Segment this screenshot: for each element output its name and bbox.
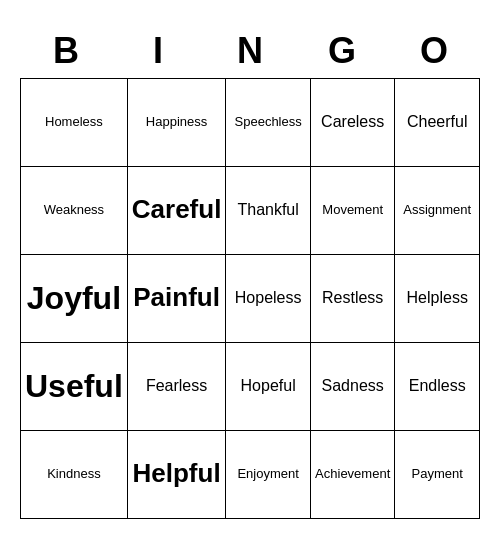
cell-text: Hopeful	[241, 376, 296, 395]
cell-text: Assignment	[403, 202, 471, 218]
bingo-cell: Cheerful	[395, 79, 480, 167]
bingo-cell: Kindness	[21, 431, 128, 519]
header-letter-g: G	[296, 26, 388, 76]
cell-text: Happiness	[146, 114, 207, 130]
bingo-cell: Sadness	[311, 343, 396, 431]
bingo-grid: HomelessHappinessSpeechlessCarelessCheer…	[20, 78, 480, 519]
bingo-cell: Careless	[311, 79, 396, 167]
bingo-cell: Helpful	[128, 431, 227, 519]
cell-text: Endless	[409, 376, 466, 395]
bingo-cell: Painful	[128, 255, 227, 343]
cell-text: Restless	[322, 288, 383, 307]
cell-text: Homeless	[45, 114, 103, 130]
cell-text: Useful	[25, 367, 123, 405]
bingo-cell: Payment	[395, 431, 480, 519]
cell-text: Careless	[321, 112, 384, 131]
bingo-cell: Endless	[395, 343, 480, 431]
cell-text: Achievement	[315, 466, 390, 482]
header-letter-i: I	[112, 26, 204, 76]
cell-text: Fearless	[146, 376, 207, 395]
bingo-cell: Hopeless	[226, 255, 311, 343]
cell-text: Joyful	[27, 279, 121, 317]
bingo-cell: Fearless	[128, 343, 227, 431]
cell-text: Enjoyment	[237, 466, 298, 482]
bingo-header: BINGO	[20, 26, 480, 76]
bingo-cell: Assignment	[395, 167, 480, 255]
cell-text: Kindness	[47, 466, 100, 482]
cell-text: Careful	[132, 194, 222, 225]
bingo-card: BINGO HomelessHappinessSpeechlessCareles…	[20, 26, 480, 519]
bingo-cell: Happiness	[128, 79, 227, 167]
bingo-cell: Achievement	[311, 431, 396, 519]
bingo-cell: Homeless	[21, 79, 128, 167]
cell-text: Hopeless	[235, 288, 302, 307]
cell-text: Speechless	[235, 114, 302, 130]
bingo-cell: Useful	[21, 343, 128, 431]
cell-text: Weakness	[44, 202, 104, 218]
bingo-cell: Thankful	[226, 167, 311, 255]
header-letter-b: B	[20, 26, 112, 76]
bingo-cell: Careful	[128, 167, 227, 255]
cell-text: Helpful	[133, 458, 221, 489]
cell-text: Cheerful	[407, 112, 467, 131]
bingo-cell: Joyful	[21, 255, 128, 343]
bingo-cell: Restless	[311, 255, 396, 343]
cell-text: Payment	[412, 466, 463, 482]
bingo-cell: Speechless	[226, 79, 311, 167]
cell-text: Helpless	[407, 288, 468, 307]
bingo-cell: Movement	[311, 167, 396, 255]
bingo-cell: Enjoyment	[226, 431, 311, 519]
header-letter-n: N	[204, 26, 296, 76]
cell-text: Sadness	[322, 376, 384, 395]
header-letter-o: O	[388, 26, 480, 76]
cell-text: Painful	[133, 282, 220, 313]
bingo-cell: Helpless	[395, 255, 480, 343]
cell-text: Thankful	[237, 200, 298, 219]
bingo-cell: Hopeful	[226, 343, 311, 431]
cell-text: Movement	[322, 202, 383, 218]
bingo-cell: Weakness	[21, 167, 128, 255]
